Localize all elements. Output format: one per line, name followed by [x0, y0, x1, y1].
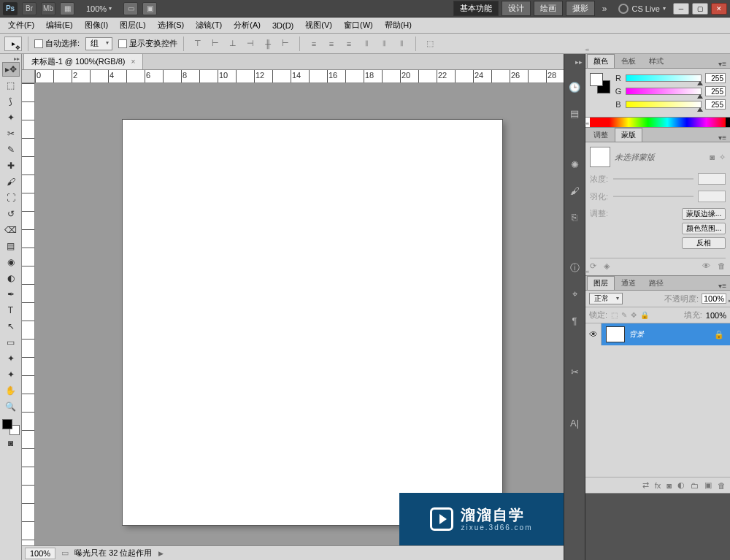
workspace-painting[interactable]: 绘画	[534, 1, 563, 16]
menu-file[interactable]: 文件(F)	[3, 18, 39, 32]
dodge-tool[interactable]: ◐	[2, 271, 20, 285]
3d-tool[interactable]: ✦	[2, 351, 20, 366]
swatches-tab[interactable]: 色板	[615, 54, 642, 68]
eyedropper-tool[interactable]: ✎	[2, 142, 20, 157]
brush-tool[interactable]: 🖌	[2, 174, 20, 189]
workspace-essentials[interactable]: 基本功能	[453, 1, 499, 16]
gradient-tool[interactable]: ▤	[2, 239, 20, 253]
g-slider[interactable]	[626, 88, 702, 95]
fill-value[interactable]: 100%	[706, 311, 726, 320]
layer-lock-icon[interactable]: 🔒	[708, 330, 730, 340]
stamp-tool[interactable]: ⛶	[2, 191, 20, 205]
styles-tab[interactable]: 样式	[642, 54, 670, 68]
vertical-ruler[interactable]: 0246810121416182022242628	[22, 83, 35, 545]
menu-image[interactable]: 图像(I)	[80, 18, 113, 32]
adjustments-tab[interactable]: 调整	[587, 128, 615, 142]
path-select-tool[interactable]: ↖	[2, 319, 20, 334]
align-hcenter-icon[interactable]: ╫	[260, 37, 276, 51]
layer-row[interactable]: 👁 背景 🔒	[585, 323, 730, 345]
paragraph-panel-icon[interactable]: ¶	[566, 312, 583, 329]
channels-tab[interactable]: 通道	[615, 276, 642, 290]
zoom-tool[interactable]: 🔍	[2, 399, 20, 414]
hand-tool[interactable]: ✋	[2, 383, 20, 398]
foreground-color-swatch[interactable]	[2, 419, 12, 429]
layer-name[interactable]: 背景	[629, 329, 708, 340]
r-value[interactable]: 255	[705, 73, 726, 83]
more-workspaces[interactable]: »	[598, 4, 612, 14]
move-tool[interactable]: ▸✥	[2, 62, 20, 77]
view-extras-icon[interactable]: ▦	[60, 2, 74, 15]
panel-menu-icon[interactable]: ▾≡	[715, 282, 730, 290]
b-slider[interactable]	[626, 101, 702, 108]
layer-thumbnail[interactable]	[606, 326, 625, 342]
masks-tab[interactable]: 蒙版	[615, 128, 642, 142]
blur-tool[interactable]: ◉	[2, 255, 20, 269]
workspace-photography[interactable]: 摄影	[566, 1, 595, 16]
pen-tool[interactable]: ✒	[2, 287, 20, 302]
status-menu-icon[interactable]: ▶	[158, 550, 164, 557]
canvas-viewport[interactable]	[35, 83, 564, 545]
history-brush-tool[interactable]: ↺	[2, 207, 20, 221]
align-vcenter-icon[interactable]: ⊢	[207, 37, 223, 51]
link-layers-icon[interactable]: ⇄	[642, 480, 649, 490]
workspace-design[interactable]: 设计	[502, 1, 531, 16]
ruler-origin[interactable]	[22, 70, 35, 83]
distribute-vcenter-icon[interactable]: ≡	[323, 37, 339, 51]
distribute-top-icon[interactable]: ≡	[306, 37, 322, 51]
minimize-button[interactable]: ─	[673, 3, 689, 15]
tool-presets-panel-icon[interactable]: ✂	[566, 364, 583, 380]
mask-delete-icon[interactable]: 🗑	[718, 261, 726, 271]
blend-mode-select[interactable]: 正常	[589, 293, 623, 304]
delete-layer-icon[interactable]: 🗑	[718, 481, 726, 490]
type-tool[interactable]: T	[2, 303, 20, 318]
new-layer-icon[interactable]: ▣	[704, 480, 712, 490]
maximize-button[interactable]: ▢	[692, 3, 708, 15]
arrange-documents-icon[interactable]: ▭	[123, 2, 138, 15]
status-zoom[interactable]: 100%	[25, 548, 55, 559]
healing-tool[interactable]: ✚	[2, 158, 20, 173]
mask-thumbnail[interactable]	[590, 147, 610, 167]
align-top-icon[interactable]: ⊤	[190, 37, 206, 51]
lock-move-icon[interactable]: ✥	[631, 311, 637, 319]
lock-pixels-icon[interactable]: ⬚	[611, 311, 618, 319]
color-range-button[interactable]: 颜色范围...	[682, 223, 726, 234]
mask-apply-icon[interactable]: ◈	[604, 261, 610, 271]
menu-layer[interactable]: 图层(L)	[115, 18, 150, 32]
density-value[interactable]	[698, 173, 726, 185]
color-swatches[interactable]	[2, 419, 20, 435]
distribute-bottom-icon[interactable]: ≡	[341, 37, 357, 51]
bridge-icon[interactable]: Br	[22, 2, 36, 15]
vector-mask-icon[interactable]: ✧	[719, 153, 726, 162]
distribute-right-icon[interactable]: ⦀	[393, 37, 410, 51]
cs-live-button[interactable]: CS Live	[614, 4, 670, 14]
align-right-icon[interactable]: ⊢	[277, 37, 293, 51]
shape-tool[interactable]: ▭	[2, 335, 20, 350]
pixel-mask-icon[interactable]: ◙	[710, 153, 715, 162]
feather-value[interactable]	[698, 191, 726, 202]
panel-menu-icon[interactable]: ▾≡	[715, 134, 730, 142]
zoom-level[interactable]: 100%	[79, 4, 119, 13]
expand-dock-icon[interactable]: ▸▸	[575, 58, 585, 66]
brush-presets-panel-icon[interactable]: ✺	[566, 156, 583, 172]
new-group-icon[interactable]: 🗀	[691, 481, 699, 490]
history-panel-icon[interactable]: 🕒	[566, 79, 583, 95]
b-value[interactable]: 255	[705, 99, 726, 110]
panel-menu-icon[interactable]: ▾≡	[715, 60, 730, 68]
lasso-tool[interactable]: ⟆	[2, 94, 20, 109]
navigator-panel-icon[interactable]: ⌖	[566, 286, 583, 302]
screen-mode-icon[interactable]: ▣	[142, 2, 157, 15]
feather-slider[interactable]	[613, 196, 694, 197]
layers-tab[interactable]: 图层	[587, 276, 615, 290]
menu-help[interactable]: 帮助(H)	[380, 18, 417, 32]
document-tab[interactable]: 未标题-1 @ 100%(RGB/8) ×	[23, 53, 143, 69]
panel-color-swatches[interactable]	[590, 73, 610, 93]
menu-3d[interactable]: 3D(D)	[267, 20, 299, 31]
minibridge-icon[interactable]: Mb	[41, 2, 55, 15]
clone-source-panel-icon[interactable]: ⎘	[566, 209, 583, 225]
distribute-left-icon[interactable]: ⦀	[358, 37, 374, 51]
menu-edit[interactable]: 编辑(E)	[41, 18, 78, 32]
menu-filter[interactable]: 滤镜(T)	[191, 18, 227, 32]
color-tab[interactable]: 颜色	[587, 54, 615, 68]
menu-select[interactable]: 选择(S)	[153, 18, 190, 32]
align-left-icon[interactable]: ⊣	[242, 37, 258, 51]
